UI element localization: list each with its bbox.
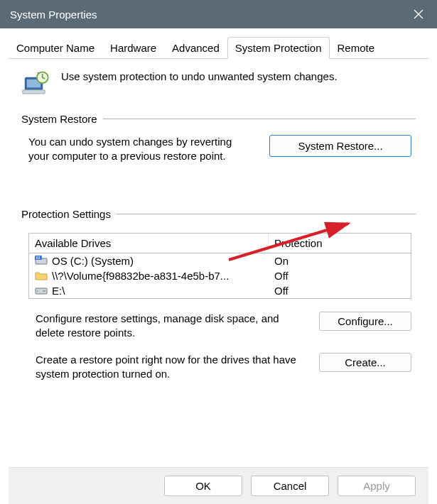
create-button[interactable]: Create...: [319, 353, 411, 372]
drive-name: \\?\Volume{f98832be-a831-4e5b-b7...: [52, 270, 229, 282]
configure-row: Configure restore settings, manage disk …: [36, 312, 411, 341]
divider: [117, 214, 416, 214]
tab-computer-name[interactable]: Computer Name: [9, 37, 102, 58]
intro-text: Use system protection to undo unwanted s…: [61, 69, 338, 82]
table-row[interactable]: OS (C:) (System) On: [29, 253, 411, 268]
system-properties-window: System Properties Computer Name Hardware…: [0, 0, 437, 504]
cancel-button[interactable]: Cancel: [251, 476, 329, 496]
tab-hardware[interactable]: Hardware: [102, 37, 164, 58]
svg-rect-11: [36, 258, 38, 259]
system-restore-button[interactable]: System Restore...: [269, 135, 411, 157]
svg-rect-8: [35, 256, 42, 260]
create-row: Create a restore point right now for the…: [36, 353, 411, 382]
folder-icon: [35, 270, 48, 280]
intro-row: Use system protection to undo unwanted s…: [21, 69, 416, 99]
tab-strip: Computer Name Hardware Advanced System P…: [9, 37, 428, 59]
group-label-restore: System Restore: [21, 113, 103, 125]
group-label-protection: Protection Settings: [21, 208, 117, 220]
group-header-restore: System Restore: [21, 113, 416, 125]
system-protection-icon: [21, 69, 51, 99]
dialog-footer: OK Cancel Apply: [9, 467, 428, 504]
drive-name: OS (C:) (System): [52, 255, 134, 267]
create-description: Create a restore point right now for the…: [36, 353, 305, 382]
divider: [103, 119, 416, 119]
svg-rect-12: [38, 258, 40, 259]
window-title: System Properties: [10, 9, 97, 21]
group-header-protection: Protection Settings: [21, 208, 416, 220]
titlebar: System Properties: [0, 0, 437, 28]
column-header-drives[interactable]: Available Drives: [29, 234, 269, 253]
disk-icon: [35, 285, 48, 295]
drive-status: Off: [269, 283, 411, 298]
drives-table: Available Drives Protection: [28, 233, 411, 299]
tab-remote[interactable]: Remote: [330, 37, 383, 58]
svg-point-14: [37, 290, 38, 292]
svg-rect-15: [43, 290, 45, 292]
drives-header: Available Drives Protection: [29, 234, 411, 253]
tab-panel-system-protection: Use system protection to undo unwanted s…: [9, 59, 428, 467]
tab-advanced[interactable]: Advanced: [164, 37, 227, 58]
restore-description: You can undo system changes by reverting…: [28, 135, 255, 164]
group-system-restore: System Restore You can undo system chang…: [21, 113, 416, 168]
content-area: Computer Name Hardware Advanced System P…: [0, 28, 437, 504]
group-protection-settings: Protection Settings Available Drives Pro…: [21, 208, 416, 386]
configure-description: Configure restore settings, manage disk …: [36, 312, 305, 341]
apply-button: Apply: [338, 476, 416, 496]
svg-rect-4: [23, 90, 45, 94]
drive-status: Off: [269, 268, 411, 283]
table-row[interactable]: \\?\Volume{f98832be-a831-4e5b-b7... Off: [29, 268, 411, 283]
tab-system-protection[interactable]: System Protection: [227, 37, 330, 59]
drives-body: OS (C:) (System) On \\: [29, 253, 411, 298]
disk-os-icon: [35, 256, 48, 265]
drive-status: On: [269, 253, 411, 268]
svg-rect-9: [36, 257, 38, 258]
drive-name: E:\: [52, 285, 65, 297]
column-header-protection[interactable]: Protection: [269, 234, 411, 253]
svg-rect-10: [38, 257, 40, 258]
close-button[interactable]: [410, 6, 427, 23]
close-icon: [414, 9, 423, 19]
configure-button[interactable]: Configure...: [319, 312, 411, 331]
table-row[interactable]: E:\ Off: [29, 283, 411, 298]
ok-button[interactable]: OK: [164, 476, 242, 496]
